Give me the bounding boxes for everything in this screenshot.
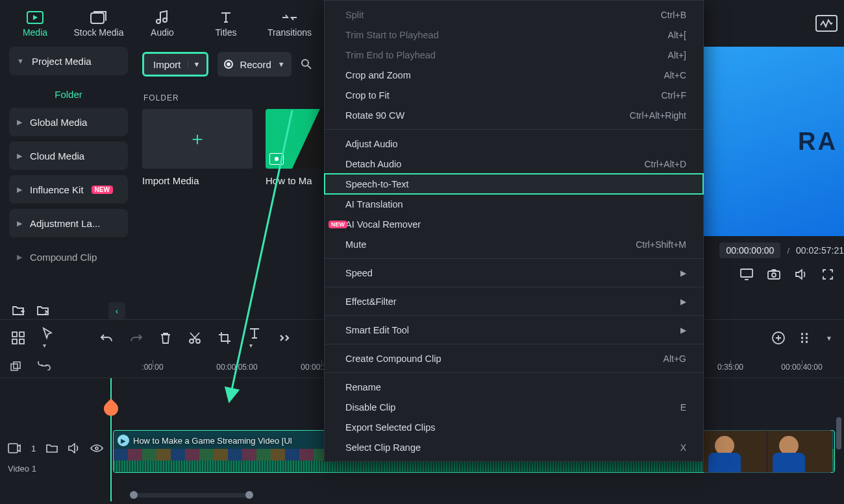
ruler-tick: 00:00:40:00 bbox=[760, 363, 844, 372]
sidebar-label: Global Media bbox=[30, 117, 87, 128]
link-icon[interactable] bbox=[38, 361, 51, 373]
timeline-scrollbar[interactable] bbox=[130, 493, 253, 498]
svg-rect-18 bbox=[8, 444, 18, 453]
cursor-icon[interactable]: ▾ bbox=[42, 327, 53, 350]
menu-crop-zoom[interactable]: Crop and ZoomAlt+C bbox=[325, 65, 703, 85]
caret-icon: ▶ bbox=[17, 118, 22, 126]
menu-rotate[interactable]: Rotate 90 CWCtrl+Alt+Right bbox=[325, 105, 703, 125]
fullscreen-icon[interactable] bbox=[822, 269, 834, 280]
timeline-clip-tail[interactable] bbox=[702, 430, 832, 473]
menu-ai-vocal-remover[interactable]: NEWAI Vocal Remover bbox=[325, 214, 703, 234]
sidebar-item-project-media[interactable]: ▼ Project Media bbox=[9, 47, 128, 75]
menu-split[interactable]: SplitCtrl+B bbox=[325, 5, 703, 25]
menu-smart-edit[interactable]: Smart Edit Tool▶ bbox=[325, 320, 703, 340]
sidebar-item-influence-kit[interactable]: ▶ Influence Kit NEW bbox=[9, 175, 128, 204]
menu-export-clips[interactable]: Export Selected Clips bbox=[325, 417, 703, 437]
ruler-tick: 0:35:00 bbox=[701, 363, 760, 372]
menu-speed[interactable]: Speed▶ bbox=[325, 263, 703, 283]
menu-adjust-audio[interactable]: Adjust Audio bbox=[325, 134, 703, 154]
waveform-button[interactable] bbox=[815, 15, 838, 32]
shortcut: Alt+C bbox=[664, 70, 686, 80]
titles-icon bbox=[217, 9, 234, 26]
snapshot-icon[interactable] bbox=[767, 269, 780, 280]
trash-icon[interactable] bbox=[160, 331, 171, 344]
tile-caption: Import Media bbox=[142, 175, 253, 186]
sidebar-item-cloud-media[interactable]: ▶ Cloud Media bbox=[9, 141, 128, 170]
track-name: Video 1 bbox=[8, 464, 36, 474]
svg-rect-12 bbox=[19, 339, 24, 344]
audio-icon[interactable] bbox=[68, 443, 80, 453]
text-icon[interactable]: ▾ bbox=[248, 327, 261, 350]
playhead[interactable] bbox=[110, 378, 112, 501]
menu-crop-fit[interactable]: Crop to FitCtrl+F bbox=[325, 85, 703, 105]
menu-effect-filter[interactable]: Effect&Filter▶ bbox=[325, 291, 703, 311]
import-label: Import bbox=[153, 59, 181, 70]
sidebar: ▼ Project Media Folder ▶ Global Media ▶ … bbox=[0, 47, 134, 319]
menu-label: Mute bbox=[345, 239, 366, 250]
track-number: 1 bbox=[31, 444, 36, 453]
menu-label: Crop and Zoom bbox=[345, 70, 411, 80]
menu-separator bbox=[325, 258, 703, 259]
crop-icon[interactable] bbox=[218, 331, 231, 344]
eye-icon[interactable] bbox=[90, 444, 103, 453]
sidebar-item-compound[interactable]: ▶ Compound Clip bbox=[9, 243, 128, 271]
list-view-icon[interactable] bbox=[800, 333, 812, 343]
collapse-sidebar-button[interactable]: ‹ bbox=[108, 302, 125, 319]
chevron-down-icon: ▼ bbox=[188, 60, 201, 68]
menu-speech-to-text[interactable]: Speech-to-Text bbox=[325, 174, 703, 194]
track-header[interactable]: 1 bbox=[8, 443, 103, 453]
volume-icon[interactable] bbox=[795, 269, 808, 280]
sidebar-label: Adjustment La... bbox=[30, 218, 100, 229]
tab-media[interactable]: Media bbox=[6, 4, 64, 43]
redo-icon[interactable] bbox=[130, 333, 143, 343]
menu-mute[interactable]: MuteCtrl+Shift+M bbox=[325, 234, 703, 254]
tab-label: Titles bbox=[216, 27, 237, 38]
menu-detach-audio[interactable]: Detach AudioCtrl+Alt+D bbox=[325, 154, 703, 174]
sidebar-item-adjustment[interactable]: ▶ Adjustment La... bbox=[9, 209, 128, 237]
menu-label: Speech-to-Text bbox=[345, 179, 409, 189]
audio-icon bbox=[154, 9, 171, 26]
svg-rect-11 bbox=[12, 339, 17, 344]
menu-create-compound[interactable]: Create Compound ClipAlt+G bbox=[325, 348, 703, 368]
sidebar-folder-header[interactable]: Folder bbox=[9, 80, 128, 108]
tab-transitions[interactable]: Transitions bbox=[261, 4, 318, 43]
menu-ai-translation[interactable]: AI Translation bbox=[325, 194, 703, 214]
menu-trim-end[interactable]: Trim End to PlayheadAlt+] bbox=[325, 45, 703, 65]
menu-trim-start[interactable]: Trim Start to PlayheadAlt+[ bbox=[325, 25, 703, 45]
menu-label: Speed bbox=[345, 268, 373, 278]
context-menu: SplitCtrl+B Trim Start to PlayheadAlt+[ … bbox=[324, 0, 704, 462]
search-icon[interactable] bbox=[301, 58, 312, 70]
zoom-in-icon[interactable] bbox=[771, 331, 786, 345]
current-time[interactable]: 00:00:00:00 bbox=[719, 243, 780, 258]
svg-point-8 bbox=[772, 273, 776, 277]
svg-point-19 bbox=[95, 447, 98, 450]
tab-stock-media[interactable]: Stock Media bbox=[70, 4, 127, 43]
duplicate-icon[interactable] bbox=[10, 361, 22, 373]
vertical-scrollbar[interactable] bbox=[836, 417, 841, 450]
import-button[interactable]: Import ▼ bbox=[142, 52, 208, 77]
shortcut: Alt+[ bbox=[668, 30, 686, 40]
delete-folder-icon[interactable] bbox=[36, 305, 49, 317]
tab-label: Stock Media bbox=[73, 27, 123, 38]
import-media-tile[interactable]: ＋ Import Media bbox=[142, 109, 253, 186]
layout-icon[interactable] bbox=[12, 331, 25, 344]
menu-disable-clip[interactable]: Disable ClipE bbox=[325, 397, 703, 417]
tab-audio[interactable]: Audio bbox=[134, 4, 191, 43]
record-icon bbox=[224, 60, 233, 69]
sidebar-item-global-media[interactable]: ▶ Global Media bbox=[9, 108, 128, 136]
cut-icon[interactable] bbox=[188, 331, 201, 344]
record-button[interactable]: Record ▼ bbox=[217, 52, 291, 77]
folder-icon[interactable] bbox=[46, 444, 58, 453]
shortcut: Ctrl+Alt+D bbox=[644, 159, 686, 169]
more-icon[interactable] bbox=[278, 333, 291, 342]
menu-select-range[interactable]: Select Clip RangeX bbox=[325, 437, 703, 457]
svg-point-4 bbox=[163, 18, 167, 22]
menu-label: Crop to Fit bbox=[345, 90, 390, 101]
menu-rename[interactable]: Rename bbox=[325, 377, 703, 397]
menu-separator bbox=[325, 129, 703, 130]
record-label: Record bbox=[240, 59, 271, 70]
display-icon[interactable] bbox=[740, 269, 753, 280]
new-folder-icon[interactable] bbox=[12, 305, 25, 317]
tab-titles[interactable]: Titles bbox=[197, 4, 254, 43]
undo-icon[interactable] bbox=[100, 333, 113, 343]
